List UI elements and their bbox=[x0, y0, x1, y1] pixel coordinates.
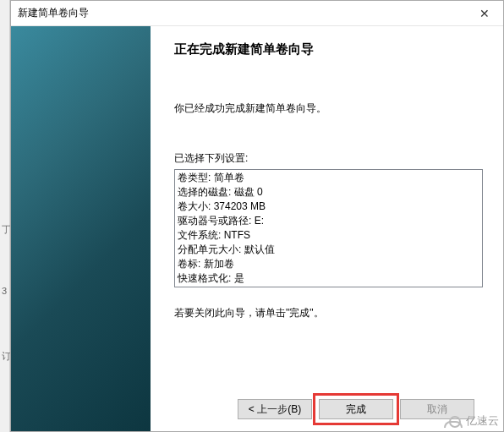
window-title: 新建简单卷向导 bbox=[18, 6, 89, 20]
finish-button[interactable]: 完成 bbox=[319, 399, 393, 419]
close-icon: ✕ bbox=[479, 7, 490, 20]
completion-text: 你已经成功完成新建简单卷向导。 bbox=[174, 101, 483, 116]
cancel-button[interactable]: 取消 bbox=[400, 399, 474, 419]
button-row: < 上一步(B) 完成 取消 bbox=[174, 389, 483, 431]
setting-line: 分配单元大小: 默认值 bbox=[176, 243, 481, 257]
edge-marker: 3 bbox=[2, 286, 7, 296]
setting-line: 选择的磁盘: 磁盘 0 bbox=[176, 185, 481, 200]
content-area: 正在完成新建简单卷向导 你已经成功完成新建简单卷向导。 已选择下列设置: 卷类型… bbox=[11, 26, 503, 431]
close-button[interactable]: ✕ bbox=[465, 2, 503, 25]
setting-line: 文件系统: NTFS bbox=[176, 228, 481, 243]
setting-line: 卷类型: 简单卷 bbox=[176, 171, 481, 185]
setting-line: 卷标: 新加卷 bbox=[176, 257, 481, 271]
setting-line: 卷大小: 374203 MB bbox=[176, 200, 481, 214]
page-heading: 正在完成新建简单卷向导 bbox=[174, 41, 483, 57]
main-panel: 正在完成新建简单卷向导 你已经成功完成新建简单卷向导。 已选择下列设置: 卷类型… bbox=[151, 26, 503, 431]
setting-line: 驱动器号或路径: E: bbox=[176, 214, 481, 228]
setting-line: 快速格式化: 是 bbox=[176, 271, 481, 286]
wizard-sidebar-graphic bbox=[11, 26, 151, 431]
settings-label: 已选择下列设置: bbox=[174, 151, 483, 166]
titlebar: 新建简单卷向导 ✕ bbox=[11, 1, 503, 26]
close-hint-text: 若要关闭此向导，请单击"完成"。 bbox=[174, 306, 483, 320]
back-button[interactable]: < 上一步(B) bbox=[238, 399, 312, 419]
wizard-window: 新建简单卷向导 ✕ 正在完成新建简单卷向导 你已经成功完成新建简单卷向导。 已选… bbox=[10, 0, 504, 432]
background-edge: 丁 3 订 bbox=[0, 0, 10, 432]
settings-listbox[interactable]: 卷类型: 简单卷 选择的磁盘: 磁盘 0 卷大小: 374203 MB 驱动器号… bbox=[174, 169, 483, 287]
